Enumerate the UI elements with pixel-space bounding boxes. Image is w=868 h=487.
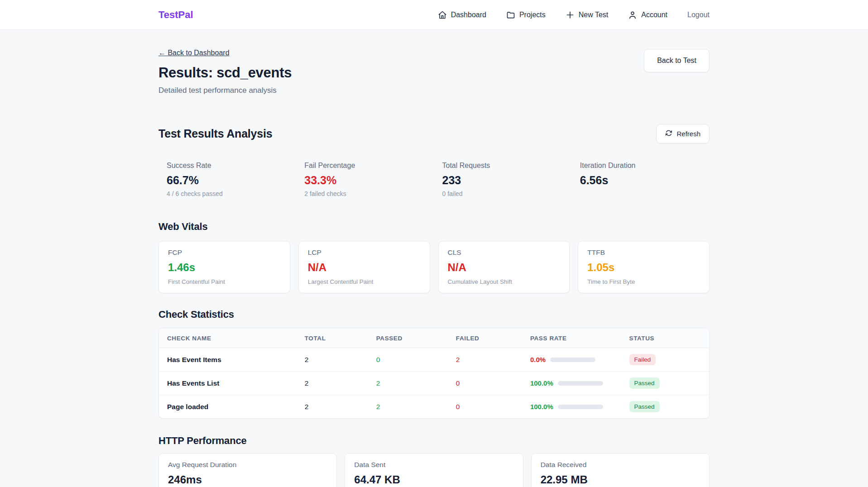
http-card-label: Data Received [541, 461, 700, 469]
pass-rate-value: 0.0% [530, 356, 546, 363]
analysis-section-header: Test Results Analysis Refresh [158, 124, 710, 143]
vital-label: CLS [448, 248, 561, 257]
nav-item-label: Account [641, 11, 667, 19]
nav-item-account[interactable]: Account [628, 10, 667, 19]
user-icon [628, 10, 637, 19]
analysis-heading: Test Results Analysis [158, 127, 272, 140]
table-row: Has Event Items 2 0 2 0.0% Failed [159, 348, 709, 372]
pass-rate-bar [558, 405, 603, 409]
http-card-label: Data Sent [354, 461, 513, 469]
stat-iteration-duration: Iteration Duration 6.56s [572, 162, 710, 197]
nav-item-label: Dashboard [451, 11, 486, 19]
failed-cell: 0 [448, 395, 522, 419]
failed-cell: 2 [448, 348, 522, 372]
vital-value: 1.46s [168, 261, 281, 274]
stat-value: 66.7% [167, 174, 296, 186]
column-passed: PASSED [368, 328, 448, 348]
web-vitals-heading: Web Vitals [158, 221, 710, 233]
check-name-cell: Page loaded [159, 395, 297, 419]
nav-item-logout[interactable]: Logout [687, 11, 710, 19]
status-cell: Failed [621, 348, 709, 372]
nav-item-label: Logout [687, 11, 710, 19]
back-to-dashboard-link[interactable]: ← Back to Dashboard [158, 49, 230, 57]
refresh-button-label: Refresh [676, 130, 700, 138]
checks-heading: Check Statistics [158, 309, 710, 320]
http-card-value: 246ms [168, 473, 327, 486]
pass-rate-value: 100.0% [530, 379, 553, 387]
passed-cell: 2 [368, 372, 448, 395]
vital-sub: Cumulative Layout Shift [448, 278, 561, 286]
check-name-cell: Has Events List [159, 372, 297, 395]
brand-logo[interactable]: TestPal [158, 9, 193, 21]
column-status: STATUS [621, 328, 709, 348]
nav-item-new-test[interactable]: New Test [566, 10, 609, 19]
plus-icon [566, 10, 575, 19]
total-cell: 2 [297, 395, 368, 419]
http-card-data-sent: Data Sent 64.47 KB [345, 453, 523, 487]
stat-sub: 0 failed [442, 190, 572, 197]
pass-rate-cell: 100.0% [522, 372, 621, 395]
status-badge: Passed [629, 401, 660, 412]
total-cell: 2 [297, 348, 368, 372]
vital-value: 1.05s [587, 261, 700, 274]
pass-rate-value: 100.0% [530, 403, 553, 411]
folder-icon [506, 10, 515, 19]
stat-value: 233 [442, 174, 572, 186]
vital-value: N/A [448, 261, 561, 274]
pass-rate-bar [558, 381, 603, 386]
checks-table-container: CHECK NAME TOTAL PASSED FAILED PASS RATE… [158, 328, 710, 419]
nav-item-label: Projects [519, 11, 546, 19]
vital-card-lcp: LCP N/A Largest Contentful Paint [298, 241, 430, 293]
home-icon [438, 10, 447, 19]
http-heading: HTTP Performance [158, 435, 710, 447]
status-cell: Passed [621, 372, 709, 395]
vital-card-cls: CLS N/A Cumulative Layout Shift [438, 241, 570, 293]
status-badge: Passed [629, 377, 660, 389]
column-check-name: CHECK NAME [159, 328, 297, 348]
vital-sub: Time to First Byte [587, 278, 700, 286]
web-vitals-cards: FCP 1.46s First Contentful Paint LCP N/A… [158, 241, 710, 293]
top-nav: TestPal Dashboard Projects New Test [0, 0, 868, 30]
pass-rate-bar [550, 358, 595, 362]
table-row: Page loaded 2 2 0 100.0% Passed [159, 395, 709, 419]
nav-links: Dashboard Projects New Test Account [438, 10, 710, 19]
stat-label: Fail Percentage [304, 162, 434, 170]
nav-item-projects[interactable]: Projects [506, 10, 546, 19]
stat-sub: 2 failed checks [304, 190, 434, 197]
vital-sub: Largest Contentful Paint [308, 278, 421, 286]
vital-label: FCP [168, 248, 281, 257]
http-card-label: Avg Request Duration [168, 461, 327, 469]
stat-label: Iteration Duration [580, 162, 710, 170]
column-pass-rate: PASS RATE [522, 328, 621, 348]
table-row: Has Events List 2 2 0 100.0% Passed [159, 372, 709, 395]
vital-card-ttfb: TTFB 1.05s Time to First Byte [578, 241, 710, 293]
pass-rate-cell: 100.0% [522, 395, 621, 419]
vital-card-fcp: FCP 1.46s First Contentful Paint [158, 241, 290, 293]
pass-rate-cell: 0.0% [522, 348, 621, 372]
http-cards: Avg Request Duration 246ms Data Sent 64.… [158, 453, 710, 487]
status-cell: Passed [621, 395, 709, 419]
page-header: ← Back to Dashboard Results: scd_events … [158, 49, 710, 95]
nav-item-label: New Test [579, 11, 609, 19]
checks-table: CHECK NAME TOTAL PASSED FAILED PASS RATE… [159, 328, 709, 418]
stat-value: 33.3% [304, 174, 434, 186]
refresh-button[interactable]: Refresh [656, 124, 710, 143]
http-card-data-received: Data Received 22.95 MB [531, 453, 710, 487]
main-content: ← Back to Dashboard Results: scd_events … [158, 30, 710, 487]
analysis-stats: Success Rate 66.7% 4 / 6 checks passed F… [158, 162, 710, 197]
vital-value: N/A [308, 261, 421, 274]
check-name-cell: Has Event Items [159, 348, 297, 372]
page-title: Results: scd_events [158, 64, 292, 81]
column-failed: FAILED [448, 328, 522, 348]
back-to-test-button[interactable]: Back to Test [644, 49, 710, 72]
passed-cell: 0 [368, 348, 448, 372]
vital-sub: First Contentful Paint [168, 278, 281, 286]
stat-success-rate: Success Rate 66.7% 4 / 6 checks passed [158, 162, 296, 197]
stat-label: Total Requests [442, 162, 572, 170]
http-card-avg-duration: Avg Request Duration 246ms [158, 453, 337, 487]
vital-label: TTFB [587, 248, 700, 257]
nav-item-dashboard[interactable]: Dashboard [438, 10, 486, 19]
http-card-value: 64.47 KB [354, 473, 513, 486]
passed-cell: 2 [368, 395, 448, 419]
failed-cell: 0 [448, 372, 522, 395]
